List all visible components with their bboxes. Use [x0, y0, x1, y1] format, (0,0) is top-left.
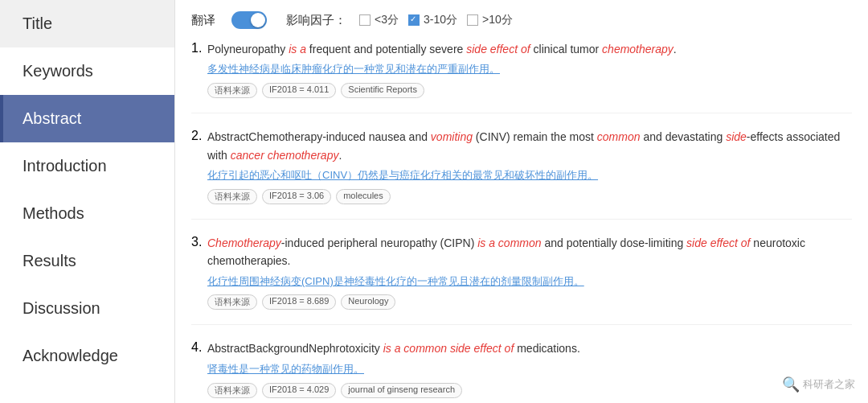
tag-0-0: 语料来源: [207, 83, 257, 98]
filter-label-2: >10分: [482, 13, 513, 27]
article-zh-3: 肾毒性是一种常见的药物副作用。: [207, 361, 852, 378]
article-number-2: 3.: [191, 234, 207, 310]
watermark: 🔍 科研者之家: [782, 376, 855, 393]
article-number-0: 1.: [191, 40, 207, 98]
article-item-2: 3.Chemotherapy-induced peripheral neurop…: [191, 234, 852, 326]
tag-2-2: Neurology: [341, 294, 395, 310]
filter-label-1: 3-10分: [424, 13, 457, 27]
article-en-1: AbstractChemotherapy-induced nausea and …: [207, 128, 852, 164]
article-list: 1.Polyneuropathy is a frequent and poten…: [191, 40, 852, 403]
translate-toggle[interactable]: [231, 11, 267, 29]
sidebar-item-title[interactable]: Title: [0, 0, 174, 47]
sidebar-item-keywords[interactable]: Keywords: [0, 47, 174, 95]
article-zh-2: 化疗性周围神经病变(CIPN)是神经毒性化疗的一种常见且潜在的剂量限制副作用。: [207, 273, 852, 290]
article-item-1: 2.AbstractChemotherapy-induced nausea an…: [191, 128, 852, 220]
sidebar-item-methods[interactable]: Methods: [0, 190, 174, 237]
article-tags-3: 语料来源IF2018 = 4.029journal of ginseng res…: [207, 383, 852, 398]
article-en-0: Polyneuropathy is a frequent and potenti…: [207, 40, 852, 58]
tag-2-1: IF2018 = 8.689: [262, 294, 336, 310]
article-zh-0: 多发性神经病是临床肿瘤化疗的一种常见和潜在的严重副作用。: [207, 61, 852, 78]
article-zh-1: 化疗引起的恶心和呕吐（CINV）仍然是与癌症化疗相关的最常见和破坏性的副作用。: [207, 167, 852, 184]
filter-checkbox-0[interactable]: [359, 14, 371, 26]
tag-3-1: IF2018 = 4.029: [262, 383, 336, 398]
tag-1-1: IF2018 = 3.06: [262, 189, 331, 204]
article-en-2: Chemotherapy-induced peripheral neuropat…: [207, 234, 852, 270]
article-number-3: 4.: [191, 339, 207, 397]
sidebar-item-abstract[interactable]: Abstract: [0, 95, 174, 142]
sidebar: TitleKeywordsAbstractIntroductionMethods…: [0, 0, 175, 403]
tag-0-2: Scientific Reports: [341, 83, 424, 98]
article-en-3: AbstractBackgroundNephrotoxicity is a co…: [207, 339, 852, 357]
tag-1-2: molecules: [336, 189, 391, 204]
tag-3-2: journal of ginseng research: [341, 383, 462, 398]
sidebar-item-introduction[interactable]: Introduction: [0, 142, 174, 190]
tag-0-1: IF2018 = 4.011: [262, 83, 336, 98]
translate-label: 翻译: [191, 13, 215, 28]
factor-label: 影响因子：: [286, 13, 346, 28]
filter-checkbox-1[interactable]: [408, 14, 420, 26]
toolbar: 翻译 影响因子： <3分3-10分>10分: [191, 11, 852, 29]
article-number-1: 2.: [191, 128, 207, 204]
watermark-text: 科研者之家: [803, 377, 855, 392]
sidebar-item-acknowledge[interactable]: Acknowledge: [0, 332, 174, 380]
tag-3-0: 语料来源: [207, 383, 257, 398]
tag-1-0: 语料来源: [207, 189, 257, 204]
article-tags-2: 语料来源IF2018 = 8.689Neurology: [207, 294, 852, 310]
sidebar-item-discussion[interactable]: Discussion: [0, 285, 174, 332]
tag-2-0: 语料来源: [207, 294, 257, 310]
filter-group: <3分3-10分>10分: [359, 13, 513, 27]
filter-item-1[interactable]: 3-10分: [408, 13, 457, 27]
filter-item-2[interactable]: >10分: [467, 13, 513, 27]
filter-item-0[interactable]: <3分: [359, 13, 399, 27]
article-item-0: 1.Polyneuropathy is a frequent and poten…: [191, 40, 852, 113]
filter-checkbox-2[interactable]: [467, 14, 478, 26]
article-tags-1: 语料来源IF2018 = 3.06molecules: [207, 189, 852, 204]
main-content: 翻译 影响因子： <3分3-10分>10分 1.Polyneuropathy i…: [175, 0, 868, 403]
filter-label-0: <3分: [375, 13, 399, 27]
sidebar-item-results[interactable]: Results: [0, 237, 174, 285]
article-item-3: 4.AbstractBackgroundNephrotoxicity is a …: [191, 339, 852, 403]
watermark-icon: 🔍: [782, 376, 800, 393]
article-tags-0: 语料来源IF2018 = 4.011Scientific Reports: [207, 83, 852, 98]
